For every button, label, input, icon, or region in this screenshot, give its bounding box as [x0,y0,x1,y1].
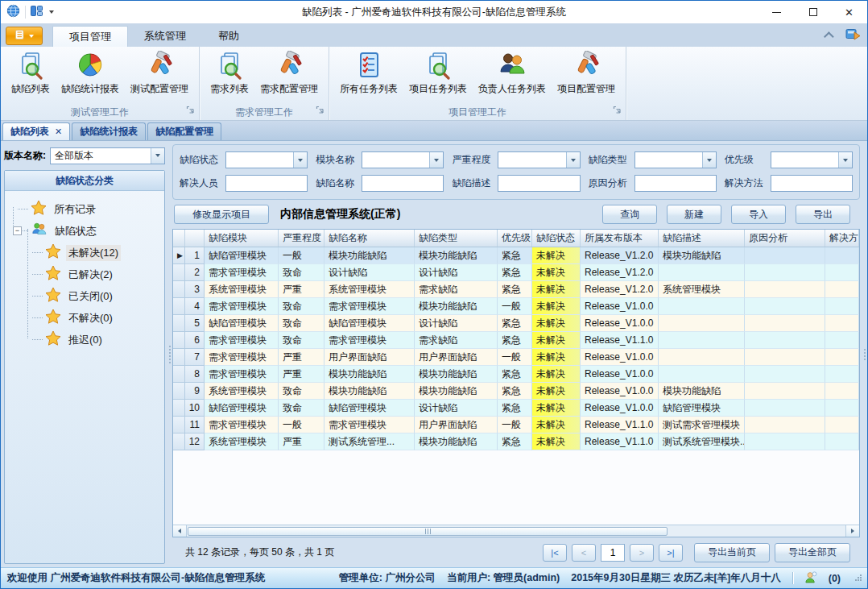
table-row[interactable]: ▶1缺陷管理模块一般模块功能缺陷模块功能缺陷紧急未解决Release_V1.2.… [173,247,859,264]
column-header-所属发布版本[interactable]: 所属发布版本 [581,230,659,247]
resize-grip[interactable] [855,574,862,582]
filter-combobox[interactable] [498,151,580,168]
filter-value-input[interactable] [498,152,565,168]
tree-item-已关闭(0)[interactable]: 已关闭(0) [10,285,163,307]
filter-combobox[interactable] [634,151,717,168]
dropdown-button[interactable] [838,152,852,168]
document-tab-缺陷统计报表[interactable]: 缺陷统计报表 [72,122,146,140]
version-combobox[interactable]: 全部版本 [50,147,165,164]
toolbar-button-新建[interactable]: 新建 [667,205,721,224]
column-header-解决方法[interactable]: 解决方法 [825,230,859,247]
switch-window-icon[interactable] [845,27,861,43]
filter-combobox[interactable] [771,151,853,168]
ribbon-button-项目任务列表[interactable]: 项目任务列表 [403,49,473,97]
filter-value-input[interactable] [226,176,307,191]
filter-value-input[interactable] [362,176,443,191]
scroll-left-button[interactable] [173,525,187,537]
table-row[interactable]: 8需求管理模块严重模块功能缺陷模块功能缺陷紧急未解决Release_V1.0.0 [173,366,859,383]
toolbar-button-查询[interactable]: 查询 [602,205,657,224]
filter-value-input[interactable] [635,176,716,191]
table-row[interactable]: 11需求管理模块一般需求管理模块用户界面缺陷一般未解决Release_V1.1.… [173,417,859,433]
column-header-严重程度[interactable]: 严重程度 [279,230,324,247]
tree-item-推迟(0)[interactable]: 推迟(0) [10,329,163,350]
toolbar-button-导出[interactable]: 导出 [796,205,850,224]
dropdown-button[interactable] [429,152,443,168]
chevron-down-icon[interactable] [49,10,54,14]
export-current-page-button[interactable]: 导出当前页 [694,543,770,562]
table-row[interactable]: 7需求管理模块严重用户界面缺陷用户界面缺陷一般未解决Release_V1.0.0 [173,349,859,366]
ribbon-button-项目配置管理[interactable]: 项目配置管理 [552,49,621,97]
ribbon-button-所有任务列表[interactable]: 所有任务列表 [334,49,403,97]
column-header-优先级[interactable]: 优先级 [498,230,532,247]
maximize-button[interactable] [795,1,831,23]
ribbon-button-负责人任务列表[interactable]: 负责人任务列表 [473,49,552,97]
dropdown-button[interactable] [151,148,164,164]
ribbon-button-缺陷统计报表[interactable]: 缺陷统计报表 [56,49,125,97]
layout-grid-icon[interactable] [31,6,43,19]
minimize-button[interactable] [758,1,795,23]
next-page-button[interactable]: > [630,544,654,562]
filter-combobox[interactable] [225,151,308,168]
column-header-缺陷状态[interactable]: 缺陷状态 [532,230,581,247]
dialog-launcher-icon[interactable] [186,106,195,117]
ribbon-button-缺陷列表[interactable]: 缺陷列表 [6,49,56,97]
close-button[interactable]: ✕ [831,1,867,23]
dialog-launcher-icon[interactable] [316,106,324,117]
prev-page-button[interactable]: < [572,544,596,562]
dropdown-button[interactable] [566,152,580,168]
horizontal-scrollbar[interactable] [173,525,859,537]
ribbon-tab-help[interactable]: 帮助 [202,26,255,47]
column-header-缺陷描述[interactable]: 缺陷描述 [659,230,745,247]
ribbon-button-测试配置管理[interactable]: 测试配置管理 [125,49,194,97]
column-header-缺陷名称[interactable]: 缺陷名称 [324,230,415,247]
column-header-缺陷类型[interactable]: 缺陷类型 [415,230,498,247]
tree-item-缺陷状态[interactable]: −缺陷状态 [10,220,163,242]
modify-display-items-button[interactable]: 修改显示项目 [174,205,269,224]
table-row[interactable]: 9系统管理模块致命模块功能缺陷模块功能缺陷紧急未解决Release_V1.0.0… [173,383,859,400]
dropdown-button[interactable] [702,152,716,168]
app-globe-icon[interactable] [6,4,20,20]
page-number-input[interactable] [601,544,625,562]
table-row[interactable]: 2需求管理模块致命设计缺陷设计缺陷紧急未解决Release_V1.2.0 [173,264,859,281]
filter-input[interactable] [225,175,308,192]
filter-value-input[interactable] [771,152,838,168]
tree-item-不解决(0)[interactable]: 不解决(0) [10,307,163,329]
tree-item-未解决(12)[interactable]: 未解决(12) [10,242,163,263]
filter-value-input[interactable] [362,152,429,168]
last-page-button[interactable]: >| [659,544,683,562]
document-tab-缺陷配置管理[interactable]: 缺陷配置管理 [147,122,221,140]
application-menu-button[interactable] [6,27,43,45]
filter-input[interactable] [362,175,444,192]
tree-item-所有记录[interactable]: 所有记录 [10,198,163,220]
table-row[interactable]: 6需求管理模块致命需求管理模块需求缺陷紧急未解决Release_V1.1.0 [173,332,859,349]
table-row[interactable]: 3系统管理模块严重系统管理模块需求缺陷紧急未解决Release_V1.2.0系统… [173,281,859,298]
dropdown-button[interactable] [293,152,307,168]
ribbon-button-需求配置管理[interactable]: 需求配置管理 [254,49,324,97]
dialog-launcher-icon[interactable] [613,106,622,117]
sidebar-splitter[interactable] [167,141,172,567]
first-page-button[interactable]: |< [543,544,567,562]
filter-value-input[interactable] [226,152,293,168]
toolbar-button-导入[interactable]: 导入 [731,205,786,224]
table-row[interactable]: 12系统管理模块严重测试系统管理...模块功能缺陷紧急未解决Release_V1… [173,433,859,450]
column-header-缺陷模块[interactable]: 缺陷模块 [205,230,279,247]
filter-input[interactable] [634,175,717,192]
filter-input[interactable] [498,175,580,192]
collapse-ribbon-icon[interactable] [824,31,834,42]
table-row[interactable]: 10缺陷管理模块致命缺陷管理模块设计缺陷紧急未解决Release_V1.0.0缺… [173,400,859,417]
document-tab-缺陷列表[interactable]: 缺陷列表✕ [2,122,70,140]
column-header-原因分析[interactable]: 原因分析 [745,230,825,247]
filter-value-input[interactable] [635,152,702,168]
ribbon-button-需求列表[interactable]: 需求列表 [205,49,254,97]
export-all-pages-button[interactable]: 导出全部页 [775,543,850,562]
right-splitter[interactable] [862,141,867,567]
scroll-right-button[interactable] [845,525,859,537]
ribbon-tab-system[interactable]: 系统管理 [128,26,202,47]
filter-input[interactable] [771,175,853,192]
close-tab-icon[interactable]: ✕ [55,127,62,137]
filter-value-input[interactable] [771,176,852,191]
scrollbar-thumb[interactable] [188,527,668,536]
ribbon-tab-project[interactable]: 项目管理 [52,26,128,47]
table-row[interactable]: 4需求管理模块致命需求管理模块模块功能缺陷一般未解决Release_V1.0.0 [173,298,859,315]
tree-expander-icon[interactable]: − [13,226,22,235]
